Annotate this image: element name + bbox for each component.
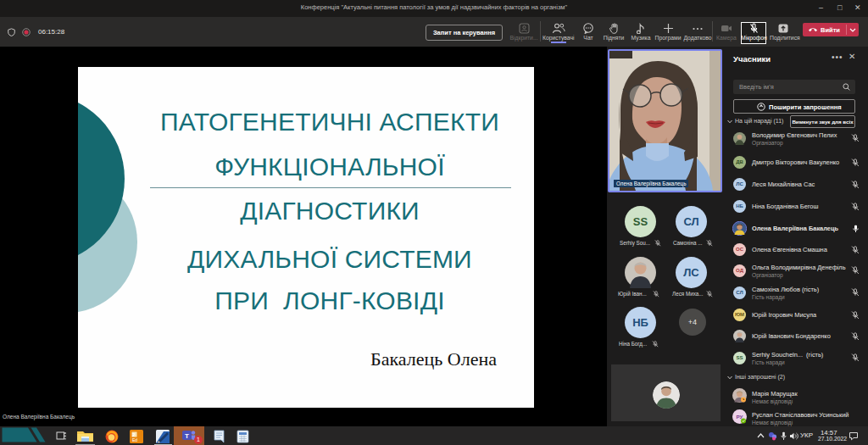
svg-text:Ed: Ed — [132, 437, 137, 442]
svg-text:T: T — [185, 432, 189, 440]
